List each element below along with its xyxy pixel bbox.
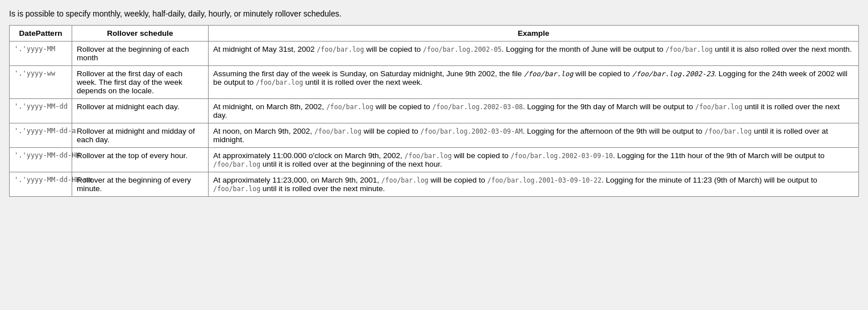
- pattern-cell: '.'yyyy-MM-dd: [10, 99, 72, 123]
- pattern-cell: '.'yyyy-MM: [10, 42, 72, 66]
- mono-text: /foo/bar.log: [381, 176, 429, 184]
- schedule-cell: Rollover at midnight and midday of each …: [72, 123, 209, 148]
- schedule-cell: Rollover at the top of every hour.: [72, 148, 209, 172]
- normal-text: will be copied to: [373, 102, 433, 111]
- normal-text: until it is rolled over the next minute.: [260, 184, 385, 193]
- header-rollover-schedule: Rollover schedule: [72, 26, 209, 42]
- mono-text: /foo/bar.log: [704, 127, 751, 135]
- rollover-table: DatePattern Rollover schedule Example '.…: [9, 25, 859, 197]
- schedule-cell: Rollover at the beginning of each month: [72, 42, 209, 66]
- normal-text: until it is rolled over at the beginning…: [260, 160, 442, 168]
- normal-text: At midnight of May 31st, 2002: [213, 45, 317, 53]
- normal-text: . Logging for the 9th day of March will …: [523, 102, 695, 111]
- example-cell: At midnight of May 31st, 2002 /foo/bar.l…: [209, 42, 859, 66]
- normal-text: will be copied to: [429, 176, 488, 184]
- italic-mono-text: /foo/bar.log.2002-23: [632, 70, 715, 78]
- table-row: '.'yyyy-MM-dd-HH-mmRollover at the begin…: [10, 172, 859, 197]
- mono-text: /foo/bar.log.2002-05: [423, 46, 501, 53]
- normal-text: At approximately 11:00.000 o'clock on Ma…: [213, 151, 405, 160]
- pattern-cell: '.'yyyy-MM-dd-HH: [10, 148, 72, 172]
- schedule-cell: Rollover at the first day of each week. …: [72, 66, 209, 99]
- normal-text: Assuming the first day of the week is Su…: [213, 69, 524, 78]
- intro-paragraph: Is is possible to specify monthly, weekl…: [9, 9, 859, 18]
- mono-text: /foo/bar.log.2001-03-09-10-22: [487, 176, 601, 184]
- normal-text: will be copied to: [364, 45, 423, 53]
- italic-mono-text: /foo/bar.log: [524, 70, 574, 78]
- table-row: '.'yyyy-MM-dd-aRollover at midnight and …: [10, 123, 859, 148]
- mono-text: /foo/bar.log: [326, 103, 373, 111]
- normal-text: . Logging for the month of June will be …: [502, 45, 666, 53]
- table-row: '.'yyyy-MMRollover at the beginning of e…: [10, 42, 859, 66]
- mono-text: /foo/bar.log.2002-03-08: [433, 103, 523, 111]
- mono-text: /foo/bar.log: [405, 152, 452, 160]
- mono-text: /foo/bar.log: [695, 103, 742, 111]
- schedule-cell: Rollover at midnight each day.: [72, 99, 209, 123]
- pattern-cell: '.'yyyy-MM-dd-a: [10, 123, 72, 148]
- normal-text: will be copied to: [574, 69, 633, 78]
- example-cell: Assuming the first day of the week is Su…: [209, 66, 859, 99]
- table-header-row: DatePattern Rollover schedule Example: [10, 26, 859, 42]
- mono-text: /foo/bar.log: [317, 46, 364, 53]
- mono-text: /foo/bar.log: [213, 185, 260, 193]
- normal-text: until it is also rolled over the next mo…: [713, 45, 852, 53]
- pattern-cell: '.'yyyy-ww: [10, 66, 72, 99]
- mono-text: /foo/bar.log: [213, 160, 260, 168]
- table-row: '.'yyyy-MM-ddRollover at midnight each d…: [10, 99, 859, 123]
- example-cell: At approximately 11:00.000 o'clock on Ma…: [209, 148, 859, 172]
- mono-text: /foo/bar.log: [314, 127, 362, 135]
- example-cell: At midnight, on March 8th, 2002, /foo/ba…: [209, 99, 859, 123]
- table-row: '.'yyyy-wwRollover at the first day of e…: [10, 66, 859, 99]
- table-row: '.'yyyy-MM-dd-HHRollover at the top of e…: [10, 148, 859, 172]
- schedule-cell: Rollover at the beginning of every minut…: [72, 172, 209, 197]
- mono-text: /foo/bar.log: [256, 78, 303, 86]
- header-datepattern: DatePattern: [10, 26, 72, 42]
- normal-text: until it is rolled over the next week.: [303, 78, 422, 86]
- normal-text: will be copied to: [362, 127, 421, 135]
- normal-text: . Logging for the afternoon of the 9th w…: [523, 127, 705, 135]
- normal-text: At midnight, on March 8th, 2002,: [213, 102, 326, 111]
- mono-text: /foo/bar.log.2002-03-09-10: [510, 152, 613, 160]
- pattern-cell: '.'yyyy-MM-dd-HH-mm: [10, 172, 72, 197]
- normal-text: . Logging for the 11th hour of the 9th o…: [613, 151, 824, 160]
- normal-text: At noon, on March 9th, 2002,: [213, 127, 314, 135]
- normal-text: At approximately 11:23,000, on March 9th…: [213, 176, 381, 184]
- normal-text: will be copied to: [452, 151, 511, 160]
- mono-text: /foo/bar.log.2002-03-09-AM: [421, 127, 523, 135]
- mono-text: /foo/bar.log: [666, 46, 713, 53]
- normal-text: . Logging for the minute of 11:23 (9th o…: [601, 176, 817, 184]
- header-example: Example: [209, 26, 859, 42]
- example-cell: At approximately 11:23,000, on March 9th…: [209, 172, 859, 197]
- example-cell: At noon, on March 9th, 2002, /foo/bar.lo…: [209, 123, 859, 148]
